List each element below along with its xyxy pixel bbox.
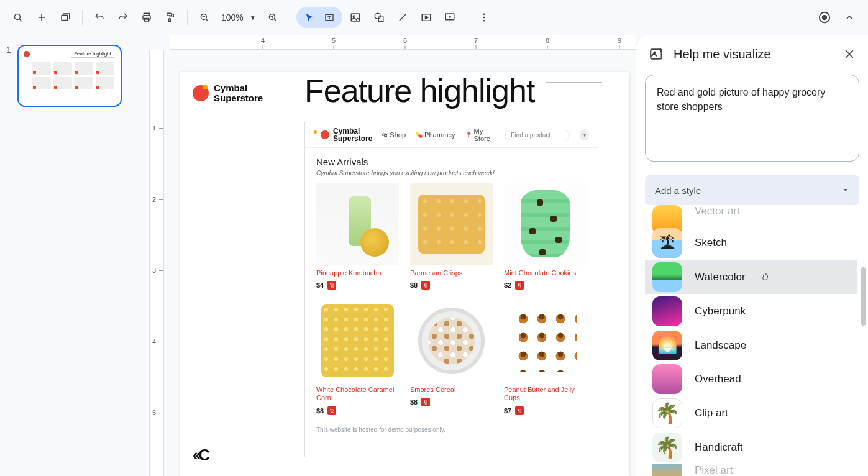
svg-point-0 — [14, 14, 20, 19]
product-grid: Pineapple Kombucha$4Parmesan Crisps$8Min… — [305, 183, 598, 421]
slide-thumbnail[interactable]: Feature highlight — [17, 45, 122, 107]
filmstrip: 1 Feature highlight — [0, 35, 149, 476]
textbox-tool[interactable] — [320, 8, 339, 27]
product-image — [410, 183, 493, 265]
undo-button[interactable] — [89, 7, 110, 28]
guide-line — [546, 82, 602, 83]
record-button[interactable] — [813, 6, 836, 29]
scroll-thumb[interactable] — [861, 267, 866, 326]
style-dropdown[interactable]: Add a style — [645, 175, 859, 205]
svg-line-11 — [206, 19, 208, 21]
scrollbar[interactable] — [861, 240, 866, 470]
zoom-in-button[interactable] — [262, 7, 283, 28]
chevron-down-icon — [842, 186, 849, 194]
svg-rect-9 — [169, 19, 171, 22]
slide-title[interactable]: Feature highlight — [304, 72, 534, 109]
prompt-textarea[interactable]: Red and gold picture of happy grocery st… — [645, 75, 859, 162]
separator — [290, 10, 290, 25]
product-image — [504, 183, 587, 265]
product-price: $8 — [410, 398, 418, 406]
slide-editor[interactable]: 456789 12345 Cymbal Superstore Feature h… — [149, 35, 636, 476]
select-tool[interactable] — [300, 8, 319, 27]
svg-point-26 — [483, 17, 485, 19]
pin-icon: 📍 — [465, 132, 472, 138]
brand-block: Cymbal Superstore — [193, 83, 263, 103]
product-price: $2 — [504, 281, 511, 289]
print-button[interactable] — [136, 7, 157, 28]
add-to-cart-icon — [515, 406, 524, 415]
paint-format-button[interactable] — [160, 7, 181, 28]
svg-rect-18 — [351, 14, 360, 21]
nav-pharmacy: 💊Pharmacy — [416, 131, 455, 139]
search-input: Find a product — [505, 130, 570, 140]
style-swatch: 🌴 — [652, 433, 682, 462]
web-header: Cymbal Superstore 🛍Shop 💊Pharmacy 📍My St… — [305, 122, 598, 148]
brand-text: Cymbal Superstore — [214, 83, 263, 103]
style-option-clip-art[interactable]: 🌴Clip art — [645, 396, 857, 431]
style-option-handicraft[interactable]: 🌴Handicraft — [645, 430, 857, 464]
add-to-cart-icon — [515, 281, 524, 290]
style-swatch — [652, 296, 682, 326]
product-name: Pineapple Kombucha — [316, 269, 399, 277]
style-option-landscape[interactable]: 🌅Landscape — [645, 328, 857, 362]
style-swatch — [652, 262, 682, 292]
video-tool[interactable] — [416, 7, 437, 28]
search-icon[interactable] — [7, 7, 29, 28]
comment-tool[interactable] — [439, 7, 460, 28]
vertical-ruler: 12345 — [149, 50, 164, 476]
style-label: Overhead — [695, 373, 741, 385]
search-go-icon: ➜ — [580, 129, 589, 140]
separator — [187, 10, 188, 25]
slide-canvas[interactable]: Cymbal Superstore Feature highlight Cymb… — [180, 72, 629, 476]
close-icon[interactable] — [843, 48, 856, 60]
more-options-button[interactable] — [473, 7, 495, 28]
style-option-watercolor[interactable]: Watercolor — [645, 260, 857, 295]
product-card: Smores Cereal$8 — [410, 300, 493, 414]
slide-number: 1 — [6, 45, 11, 107]
product-card: Parmesan Crisps$8 — [410, 183, 493, 290]
style-label: Vector art — [695, 205, 740, 217]
style-option-vector-art[interactable]: Vector art — [645, 205, 857, 226]
product-image — [316, 183, 399, 265]
svg-point-31 — [654, 52, 656, 54]
product-name: Smores Cereal — [410, 386, 493, 394]
product-price: $7 — [504, 407, 511, 414]
separator — [467, 10, 467, 25]
slide-thumbnail-1[interactable]: 1 Feature highlight — [6, 45, 143, 107]
line-tool[interactable] — [392, 7, 413, 28]
svg-point-25 — [483, 13, 485, 15]
style-option-overhead[interactable]: Overhead — [645, 362, 857, 396]
style-label: Handicraft — [695, 441, 742, 454]
toolbar: 100% ▼ — [0, 0, 868, 35]
svg-line-1 — [19, 19, 22, 21]
style-option-cyberpunk[interactable]: Cyberpunk — [645, 294, 857, 328]
zoom-level[interactable]: 100% ▼ — [217, 12, 260, 22]
product-price: $4 — [316, 281, 324, 289]
cursor-tool-group — [296, 7, 342, 28]
templates-icon[interactable] — [55, 7, 76, 28]
help-me-visualize-panel: Help me visualize Red and gold picture o… — [636, 35, 868, 476]
product-image — [504, 300, 587, 382]
style-swatch: 🌴 — [652, 398, 682, 428]
product-price: $8 — [316, 407, 324, 414]
shape-tool[interactable] — [368, 7, 390, 28]
style-label: Sketch — [695, 237, 727, 249]
embedded-website-screenshot: Cymbal Superstore 🛍Shop 💊Pharmacy 📍My St… — [304, 122, 598, 457]
style-option-pixel-art[interactable]: Pixel art — [645, 464, 857, 476]
demo-note: This website is hosted for demo purposes… — [316, 426, 587, 433]
image-tool[interactable] — [345, 7, 366, 28]
bag-icon: 🛍 — [382, 132, 388, 138]
svg-rect-8 — [167, 13, 172, 16]
guide-line — [291, 72, 291, 476]
redo-button[interactable] — [112, 7, 134, 28]
style-option-list[interactable]: Vector art🏝SketchWatercolorCyberpunk🌅Lan… — [645, 205, 859, 476]
zoom-out-button[interactable] — [194, 7, 215, 28]
style-label: Cyberpunk — [695, 305, 746, 318]
pill-icon: 💊 — [416, 132, 423, 138]
guide-line — [546, 117, 602, 117]
style-option-sketch[interactable]: 🏝Sketch — [645, 226, 857, 260]
nav-mystore: 📍My Store — [465, 127, 496, 142]
new-slide-button[interactable] — [31, 7, 52, 28]
collapse-toolbar-button[interactable] — [838, 6, 861, 29]
footer-logo: ‹‹C — [193, 446, 208, 465]
